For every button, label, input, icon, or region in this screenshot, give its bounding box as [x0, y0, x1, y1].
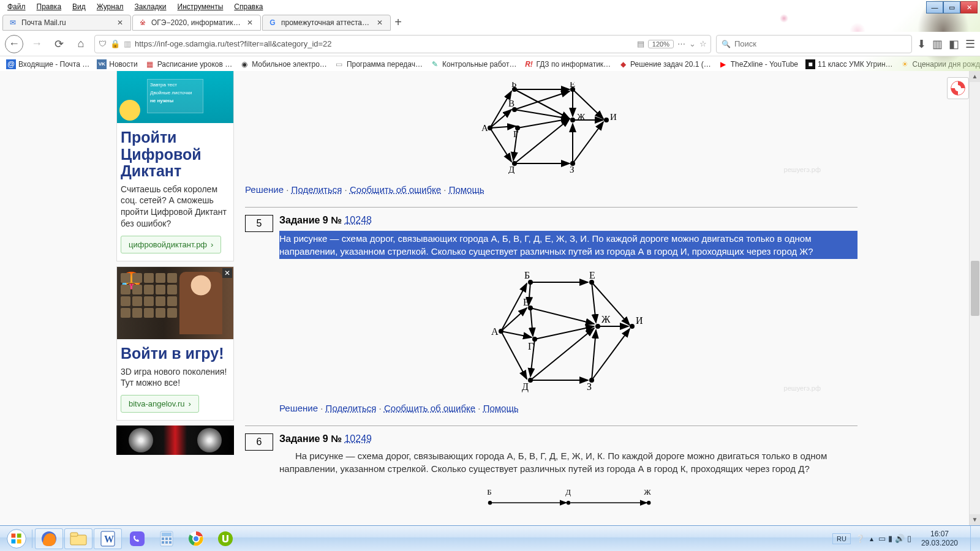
task-id-link[interactable]: 10249 — [344, 433, 372, 444]
minimize-button[interactable]: — — [926, 1, 943, 13]
bookmark-item[interactable]: ☀Сценарии дня рожд… — [898, 58, 980, 70]
permission-icon[interactable]: ▥ — [124, 39, 131, 48]
battery-icon[interactable]: ▯ — [907, 534, 911, 543]
menu-tools[interactable]: Инструменты — [175, 1, 226, 12]
help-button[interactable] — [947, 77, 969, 99]
ad-coins[interactable]: ⓘ✕ — [116, 425, 234, 455]
page-content: Завтра тестДвойные листочкине нужны Прой… — [0, 71, 980, 525]
taskbar-explorer[interactable] — [64, 528, 92, 549]
back-button[interactable]: ← — [5, 35, 23, 53]
sidebar-icon[interactable]: ◧ — [949, 37, 959, 51]
svg-point-80 — [7, 529, 26, 548]
search-bar[interactable]: 🔍 — [716, 35, 912, 53]
bookmark-item[interactable]: ✎Контрольные работ… — [428, 58, 519, 70]
tab-mailru[interactable]: ✉ Почта Mail.ru ✕ — [2, 15, 131, 31]
menu-bookmarks[interactable]: Закладки — [132, 1, 169, 12]
new-tab-button[interactable]: + — [392, 17, 404, 29]
close-tab-icon[interactable]: ✕ — [377, 18, 385, 27]
ad-link[interactable]: цифровойдиктант.рф› — [121, 236, 221, 253]
menu-file[interactable]: Файл — [5, 1, 28, 12]
downloads-icon[interactable]: ⬇ — [917, 37, 926, 51]
menu-history[interactable]: Журнал — [94, 1, 126, 12]
menu-edit[interactable]: Правка — [34, 1, 64, 12]
library-icon[interactable]: ▥ — [932, 37, 943, 51]
clock[interactable]: 16:07 29.03.2020 — [916, 530, 963, 547]
ad-text: 3D игра нового поколения! Тут можно все! — [117, 366, 233, 395]
home-button[interactable]: ⌂ — [72, 36, 89, 53]
task-block: АБВГД ЕЖЗИ решуегэ.рф Решение · Поделить… — [245, 82, 858, 195]
menu-view[interactable]: Вид — [70, 1, 88, 12]
solution-link[interactable]: Решение — [245, 184, 284, 195]
report-link[interactable]: Сообщить об ошибке — [350, 184, 441, 195]
solution-link[interactable]: Решение — [279, 403, 318, 413]
close-window-button[interactable]: ✕ — [960, 1, 978, 13]
svg-text:И: И — [610, 112, 617, 122]
volume-icon[interactable]: 🔊 — [895, 534, 905, 543]
tab-label: Почта Mail.ru — [21, 18, 113, 27]
bookmark-item[interactable]: @Входящие - Почта … — [4, 58, 92, 70]
menu-help[interactable]: Справка — [232, 1, 265, 12]
scroll-up-icon[interactable]: ▲ — [970, 71, 980, 82]
bookmark-item[interactable]: ▶TheZxline - YouTube — [716, 58, 801, 70]
close-ad-icon[interactable]: ✕ — [222, 268, 232, 278]
shield-icon[interactable]: 🛡 — [99, 39, 107, 48]
pocket-icon[interactable]: ⌄ — [689, 39, 696, 48]
action-center-icon[interactable]: ▭ — [878, 534, 886, 543]
search-input[interactable] — [734, 39, 907, 48]
svg-text:Д: Д — [522, 381, 529, 392]
tab-google[interactable]: G промежуточная аттестация 9 класс ✕ — [262, 15, 391, 31]
forward-button[interactable]: → — [28, 36, 45, 53]
tray-arrow-icon[interactable]: ▴ — [870, 534, 873, 543]
bookmark-label: Сценарии дня рожд… — [913, 60, 980, 69]
menu-icon[interactable]: ☰ — [965, 37, 975, 51]
svg-line-53 — [592, 329, 630, 380]
taskbar-utorrent[interactable] — [211, 528, 239, 549]
ad-link[interactable]: bitva-angelov.ru› — [121, 395, 199, 413]
mail-icon: @ — [6, 59, 16, 69]
taskbar-calculator[interactable] — [153, 528, 181, 549]
ad-game[interactable]: 🥵 ✕ Войти в игру! 3D игра нового поколен… — [116, 266, 234, 421]
scroll-down-icon[interactable]: ▼ — [970, 514, 980, 525]
bookmark-item[interactable]: ■11 класс УМК Угрин… — [803, 58, 895, 70]
language-indicator[interactable]: RU — [832, 533, 851, 544]
bookmark-item[interactable]: ▦Расписание уроков … — [143, 58, 235, 70]
start-button[interactable] — [4, 526, 29, 552]
task-text-selected[interactable]: На рисунке — схема дорог, связывающих го… — [279, 231, 858, 259]
show-desktop-button[interactable] — [970, 526, 976, 552]
maximize-button[interactable]: ▭ — [943, 1, 960, 13]
ad-digital-dictation[interactable]: Завтра тестДвойные листочкине нужны Прой… — [116, 71, 234, 261]
taskbar-firefox[interactable] — [35, 528, 63, 549]
share-link[interactable]: Поделиться — [326, 403, 377, 413]
reload-button[interactable]: ⟳ — [50, 36, 67, 53]
bookmark-item[interactable]: ▭Программа передач… — [332, 58, 425, 70]
close-tab-icon[interactable]: ✕ — [247, 18, 255, 27]
zoom-badge[interactable]: 120% — [648, 40, 674, 48]
tab-sdamgia[interactable]: ※ ОГЭ−2020, информатика: задания, ✕ — [132, 15, 261, 31]
taskbar-word[interactable]: W — [94, 528, 122, 549]
dot-icon: ◉ — [239, 59, 249, 69]
scrollbar[interactable]: ▲ ▼ — [969, 71, 980, 525]
task-id-link[interactable]: 10248 — [344, 215, 372, 225]
star-icon[interactable]: ☆ — [699, 39, 707, 48]
task-links: Решение · Поделиться · Сообщить об ошибк… — [245, 184, 858, 195]
share-link[interactable]: Поделиться — [292, 184, 342, 195]
taskbar-chrome[interactable] — [182, 528, 210, 549]
task-text[interactable]: На рисунке — схема дорог, связывающих го… — [279, 449, 858, 475]
bookmark-item[interactable]: ◉Мобильное электро… — [237, 58, 330, 70]
taskbar-viber[interactable] — [123, 528, 151, 549]
url-bar[interactable]: 🛡 🔒 ▥ https://inf-oge.sdamgia.ru/test?fi… — [94, 35, 711, 53]
help-link[interactable]: Помощь — [483, 403, 519, 413]
reader-mode-icon[interactable]: ▤ — [637, 39, 644, 48]
svg-line-18 — [573, 122, 603, 163]
help-link[interactable]: Помощь — [449, 184, 484, 195]
close-tab-icon[interactable]: ✕ — [117, 18, 126, 27]
report-link[interactable]: Сообщить об ошибке — [384, 403, 475, 413]
help-tray-icon[interactable]: ❔ — [856, 534, 865, 543]
bookmark-item[interactable]: VKНовости — [94, 58, 140, 70]
bookmark-item[interactable]: R!ГДЗ по информатик… — [522, 58, 614, 70]
scroll-thumb[interactable] — [971, 261, 979, 316]
page-actions-icon[interactable]: ⋯ — [677, 39, 685, 48]
network-icon[interactable]: ▮ — [888, 534, 892, 543]
bookmark-item[interactable]: ◆Решение задач 20.1 (… — [616, 58, 714, 70]
svg-point-1 — [955, 85, 961, 91]
